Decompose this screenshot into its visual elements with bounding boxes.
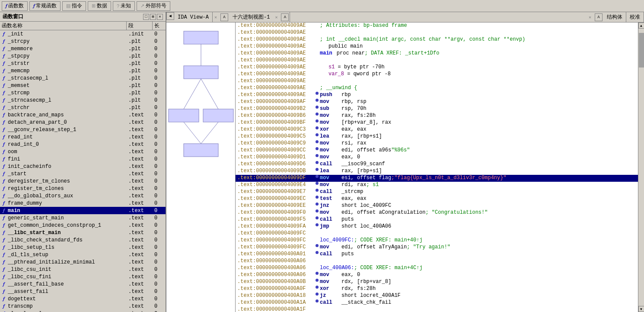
func-row[interactable]: 𝑓__assert_fail.text0 [0,288,166,295]
struct-icon-btn[interactable]: A [595,13,603,21]
disasm-line[interactable]: .text:00000000004009EC testeax, eax [236,196,638,203]
scroll-thumb[interactable] [639,33,644,68]
disasm-line[interactable]: .text:00000000004009DF movesi, offset fl… [236,175,638,182]
func-row[interactable]: 𝑓_memmore.plt0 [0,45,166,52]
func-row[interactable]: 𝑓_start.text0 [0,170,166,177]
disasm-line[interactable]: .text:00000000004009AE [236,57,638,64]
disasm-line[interactable]: .text:00000000004009AE main proc near ; … [236,50,638,57]
func-row[interactable]: 𝑓_libc_csu_init.text0 [0,266,166,273]
disasm-line[interactable]: .text:0000000000400A06 loc_400A06: ; COD… [236,265,638,272]
tab-func-count[interactable]: 𝑓 函数数 [2,1,28,11]
disasm-line[interactable]: .text:00000000004009AE [236,78,638,85]
func-row[interactable]: 𝑓__libc_start_main.text0 [0,229,166,236]
tab-extern-sym[interactable]: ↗ 外部符号 [137,1,170,11]
disasm-line[interactable]: .text:0000000000400A0F xorrdx, fs:28h [236,286,638,293]
func-row[interactable]: 𝑓_stpcpy.plt0 [0,52,166,60]
hex-view-icon-btn[interactable]: A [220,13,228,21]
disasm-line[interactable]: .text:00000000004009C9 movrsi, rax [236,140,638,147]
func-row[interactable]: 𝑓_init.init0 [0,30,166,38]
disasm-line[interactable]: .text:00000000004009FC [236,230,638,237]
disasm-line[interactable]: .text:00000000004009AF movrbp, rsp [236,99,638,106]
func-row[interactable]: 𝑓transcmp.text0 [0,302,166,310]
disasm-line[interactable]: .text:00000000004009AE pushrbp [236,92,638,99]
disasm-line[interactable]: .text:0000000000400A18 jzshort locret_40… [236,293,638,299]
func-row[interactable]: 𝑓_libc_csu_fini.text0 [0,273,166,280]
func-row[interactable]: 𝑓main.text0 [0,207,166,214]
hex-view-close2-btn[interactable]: ✕ [273,14,279,20]
struct-tab-label[interactable]: 结构体 [603,13,626,22]
disasm-line[interactable]: .text:00000000004009C3 xoreax, eax [236,126,638,133]
disasm-line[interactable]: .text:00000000004009FA jmpshort loc_400A… [236,223,638,230]
func-row[interactable]: 𝑓_strstr.plt0 [0,60,166,67]
func-row[interactable]: 𝑓deregister_tm_clones.text0 [0,177,166,185]
disasm-line[interactable]: .text:00000000004009C5 learax, [rbp+s1] [236,133,638,140]
disasm-line[interactable]: .text:00000000004009AE [236,29,638,36]
disasm-line[interactable]: .text:0000000000400A01 callputs [236,251,638,258]
disasm-line[interactable]: .text:00000000004009AE var_8 = qword ptr… [236,71,638,78]
disasm-line[interactable]: .text:00000000004009B2 subrsp, 70h [236,106,638,113]
disasm-line[interactable]: .text:00000000004009DB learax, [rbp+s1] [236,168,638,175]
func-row[interactable]: 𝑓__do_global_dtors_aux.text0 [0,192,166,199]
func-row[interactable]: 𝑓backtrace_and_maps.text0 [0,111,166,119]
func-row[interactable]: 𝑓_memset.plt0 [0,82,166,89]
func-row[interactable]: 𝑓read_int_0.text0 [0,141,166,148]
disasm-line[interactable]: .text:00000000004009E4 movrdi, rax ; s1 [236,182,638,189]
disasm-line[interactable]: .text:00000000004009AE public main [236,43,638,50]
disasm-line[interactable]: .text:0000000000400A1A call__stack_chk_f… [236,299,638,306]
func-row[interactable]: 𝑓_libc_setup_tls.text0 [0,244,166,251]
tab-regular-func[interactable]: 𝑓 常规函数 [29,1,61,11]
panel-restore-btn[interactable]: ⊞ [150,14,156,20]
disasm-line[interactable]: .text:00000000004009F5 callputs [236,216,638,223]
func-row[interactable]: 𝑓plural_eval.text0 [0,310,166,312]
hex-view-tab-label[interactable]: 十六进制视图-1 [229,13,273,22]
func-row[interactable]: 𝑓generic_start_main.text0 [0,214,166,222]
func-row[interactable]: 𝑓__assert_fail_base.text0 [0,280,166,288]
tab-unknown[interactable]: ? 未知 [113,1,135,11]
func-row[interactable]: 𝑓_strncasecmp_l.plt0 [0,96,166,104]
disasm-line[interactable]: .text:00000000004009EE jnzshort loc_4009… [236,203,638,209]
disasm-line[interactable]: .text:0000000000400A06 [236,258,638,265]
scroll-down-btn[interactable]: ▼ [638,306,644,312]
func-row[interactable]: 𝑓frame_dummy.text0 [0,199,166,207]
disasm-line[interactable]: .text:0000000000400A06 moveax, 0 [236,272,638,279]
func-row[interactable]: 𝑓register_tm_clones.text0 [0,185,166,192]
disasm-line[interactable]: .text:00000000004009F0 movedi, offset aC… [236,209,638,216]
ida-view-tab-label[interactable]: IDA View-A [174,13,212,21]
disasm-line[interactable]: .text:00000000004009AE ; Attributes: bp-… [236,23,638,29]
disasm-line[interactable]: .text:00000000004009D1 moveax, 0 [236,154,638,161]
tab-data[interactable]: ⊞ 数据 [88,1,111,11]
func-row[interactable]: 𝑓get_common_indeces_constprop_1.text0 [0,222,166,229]
func-row[interactable]: 𝑓_strcasecmp_l.plt0 [0,74,166,82]
panel-minimize-btn[interactable]: □ [143,14,149,20]
disasm-line[interactable]: .text:00000000004009FC movedi, offset aT… [236,244,638,251]
disasm-lines[interactable]: .text:00000000004009AE ; Attributes: bp-… [236,23,638,312]
hex-view-close-btn[interactable]: ✕ [213,14,219,20]
func-row[interactable]: 𝑓dogettext.text0 [0,295,166,302]
func-row[interactable]: 𝑓_strcpy.plt0 [0,38,166,45]
disasm-line[interactable]: .text:00000000004009FC loc_4009FC: ; COD… [236,237,638,244]
disasm-scrollbar[interactable]: ▲ ▼ [638,23,644,312]
disasm-line[interactable]: .text:00000000004009AE ; __unwind { [236,85,638,92]
disasm-line[interactable]: .text:00000000004009AE ; int __cdecl mai… [236,36,638,43]
disasm-line[interactable]: .text:00000000004009B6 movrax, fs:28h [236,113,638,119]
disasm-line[interactable]: .text:00000000004009BF mov[rbp+var_8], r… [236,119,638,126]
func-row[interactable]: 𝑓read_int.text0 [0,133,166,141]
disasm-line[interactable]: .text:0000000000400A1F [236,306,638,312]
tab-instructions[interactable]: ▤ 指令 [62,1,86,11]
hex-view-icon2-btn[interactable]: A [281,13,289,21]
func-row[interactable]: 𝑓_libc_check_standard_fds.text0 [0,236,166,244]
align-tab-label[interactable]: 校准 [626,13,644,22]
func-row[interactable]: 𝑓init_cacheinfo.text0 [0,163,166,170]
func-row[interactable]: 𝑓__pthread_initialize_minimal.text0 [0,258,166,266]
panel-close-btn[interactable]: ✕ [157,14,163,20]
func-row[interactable]: 𝑓_dl_tls_setup.text0 [0,251,166,258]
func-row[interactable]: 𝑓fini.text0 [0,155,166,163]
func-row[interactable]: 𝑓oom.text0 [0,148,166,155]
disasm-line[interactable]: .text:00000000004009CC movedi, offset a9… [236,147,638,154]
disasm-line[interactable]: .text:00000000004009D6 call__isoc99_scan… [236,161,638,168]
disasm-line[interactable]: .text:00000000004009AE s1 = byte ptr -70… [236,64,638,71]
disasm-line[interactable]: .text:00000000004009E7 call_strcmp [236,189,638,196]
struct-close-btn[interactable]: ✕ [587,14,593,20]
func-row[interactable]: 𝑓_strchr.plt0 [0,104,166,111]
disasm-line[interactable]: .text:0000000000400A0B movrdx, [rbp+var_… [236,279,638,286]
